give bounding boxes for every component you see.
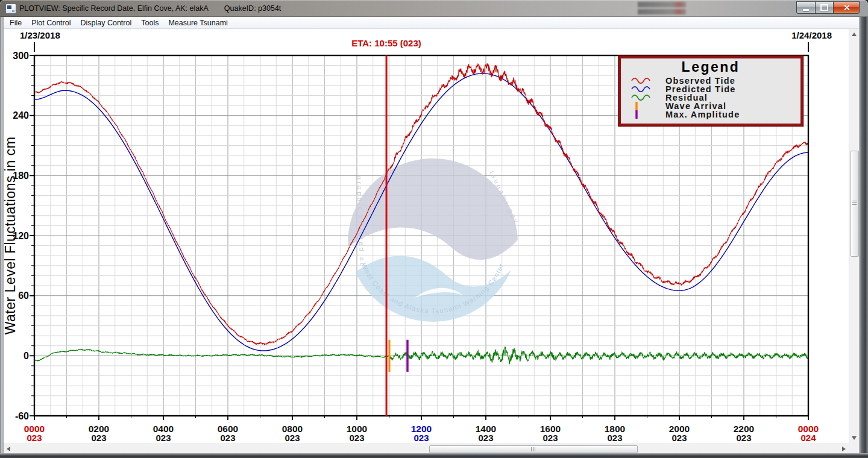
window-frame-right <box>859 17 868 458</box>
y-tick-label: 240 <box>13 110 29 121</box>
legend-row-observed: Observed Tide <box>626 77 800 85</box>
date-left-label: 1/23/2018 <box>20 30 60 40</box>
x-tick-day-label: 023 <box>349 433 364 443</box>
legend-row-predicted: Predicted Tide <box>626 85 800 93</box>
x-tick-day-label: 023 <box>220 433 235 443</box>
x-tick-day-label: 023 <box>542 433 558 443</box>
scroll-up-icon[interactable] <box>852 33 857 36</box>
wave-icon <box>626 93 665 102</box>
x-tick-day-label: 023 <box>478 433 493 443</box>
y-tick-label: 300 <box>13 51 29 61</box>
x-tick-day-label: 024 <box>800 433 816 443</box>
horizontal-scrollbar-thumb[interactable] <box>429 445 638 453</box>
x-tick-day-label: 023 <box>414 433 429 443</box>
y-tick-label: 0 <box>24 351 29 361</box>
x-tick-day-label: 023 <box>736 433 751 443</box>
scrollbar-corner <box>849 444 859 453</box>
x-tick-day-label: 023 <box>156 433 171 443</box>
eta-label: ETA: 10:55 (023) <box>351 38 421 48</box>
y-axis-title: Water Level Fluctuations in cm <box>2 137 18 335</box>
x-tick-day-label: 023 <box>607 433 622 443</box>
date-right-label: 1/24/2018 <box>791 30 832 40</box>
scroll-right-icon[interactable] <box>842 447 846 451</box>
x-tick-day-label: 023 <box>671 433 687 443</box>
x-tick-day-label: 023 <box>91 433 106 443</box>
legend: Legend Observed Tide Predicted Tide Resi… <box>618 55 804 127</box>
y-tick-label: 60 <box>18 290 29 301</box>
x-tick-day-label: 023 <box>27 433 42 443</box>
scroll-left-icon[interactable] <box>7 447 10 451</box>
legend-title: Legend <box>621 59 800 75</box>
x-tick-day-label: 023 <box>285 433 300 443</box>
legend-row-wave-arrival: Wave Arrival <box>626 102 800 110</box>
scroll-down-icon[interactable] <box>852 436 857 440</box>
legend-row-residual: Residual <box>626 93 800 102</box>
plotview-window: PLOTVIEW: Specific Record Date, Elfin Co… <box>0 0 868 458</box>
vertical-scrollbar[interactable] <box>849 29 859 444</box>
wave-icon <box>626 77 665 85</box>
y-tick-label: -60 <box>15 411 29 421</box>
legend-row-max-amplitude: Max. Amplitude <box>626 110 800 119</box>
horizontal-scrollbar[interactable] <box>4 444 849 453</box>
wave-icon <box>626 85 665 93</box>
window-frame-bottom <box>0 453 868 458</box>
bar-icon <box>626 110 665 119</box>
vertical-scrollbar-thumb[interactable] <box>851 151 859 257</box>
noaa-watermark-logo: West Coast and Alaska Tsunami Warning Ce… <box>348 158 521 356</box>
